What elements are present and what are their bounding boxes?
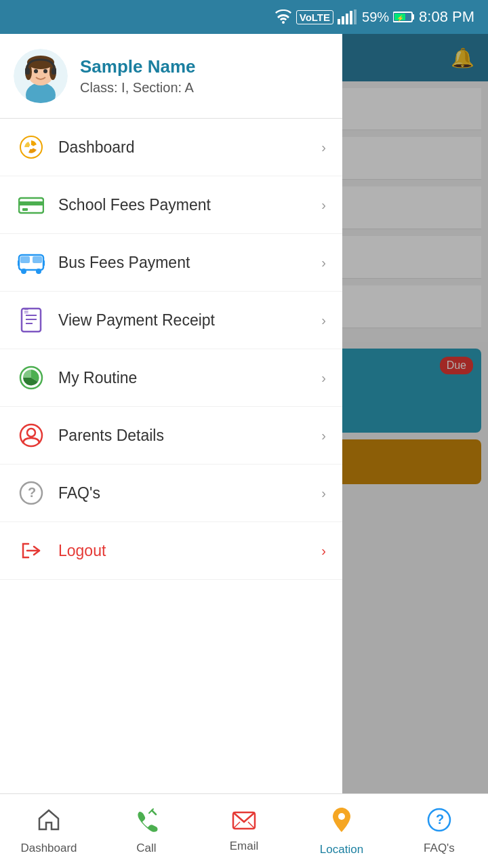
routine-icon bbox=[16, 363, 46, 393]
chevron-right-icon-2: › bbox=[321, 197, 326, 213]
location-nav-icon bbox=[331, 806, 352, 839]
svg-rect-29 bbox=[18, 260, 19, 266]
menu-list: Dashboard › School Fees Payment › bbox=[0, 119, 342, 806]
menu-item-dashboard[interactable]: Dashboard › bbox=[0, 119, 342, 176]
chevron-right-icon-6: › bbox=[321, 428, 326, 443]
time-display: 8:08 PM bbox=[419, 8, 474, 26]
battery-percent: 59% bbox=[362, 9, 389, 25]
menu-item-logout[interactable]: Logout › bbox=[0, 522, 342, 580]
nav-item-email[interactable]: Email bbox=[195, 809, 293, 853]
nav-item-location[interactable]: Location bbox=[293, 806, 390, 856]
chevron-right-icon-8: › bbox=[321, 543, 326, 559]
user-class: Class: I, Section: A bbox=[80, 80, 196, 96]
svg-line-46 bbox=[248, 822, 255, 829]
volte-icon: VoLTE bbox=[296, 10, 333, 24]
svg-text:?: ? bbox=[28, 485, 36, 500]
menu-label-bus-fees: Bus Fees Payment bbox=[58, 254, 321, 272]
user-info: Sample Name Class: I, Section: A bbox=[80, 56, 196, 96]
svg-rect-26 bbox=[33, 256, 42, 263]
menu-item-faqs[interactable]: ? FAQ's › bbox=[0, 465, 342, 522]
nav-label-email: Email bbox=[230, 840, 259, 853]
svg-rect-1 bbox=[342, 16, 344, 24]
svg-rect-30 bbox=[43, 260, 45, 266]
svg-rect-4 bbox=[354, 9, 357, 24]
battery-icon: ⚡ bbox=[393, 11, 415, 23]
faq-menu-icon: ? bbox=[16, 478, 46, 508]
menu-item-school-fees[interactable]: School Fees Payment › bbox=[0, 176, 342, 234]
avatar bbox=[14, 49, 68, 103]
bus-fees-icon bbox=[16, 248, 46, 277]
nav-item-call[interactable]: Call bbox=[98, 808, 195, 855]
svg-point-47 bbox=[338, 813, 345, 820]
chevron-right-icon-3: › bbox=[321, 255, 326, 271]
nav-item-dashboard[interactable]: Dashboard bbox=[0, 808, 98, 855]
svg-text:≡: ≡ bbox=[24, 307, 28, 316]
parents-icon bbox=[16, 420, 46, 450]
home-nav-icon bbox=[37, 808, 61, 837]
status-icons: VoLTE 59% ⚡ 8:08 PM bbox=[274, 8, 474, 26]
wifi-icon bbox=[274, 9, 292, 24]
avatar-image bbox=[14, 49, 68, 103]
logout-icon bbox=[16, 536, 46, 566]
svg-rect-0 bbox=[338, 19, 340, 24]
chevron-right-icon-4: › bbox=[321, 313, 326, 328]
nav-label-dashboard: Dashboard bbox=[20, 842, 77, 855]
svg-rect-23 bbox=[22, 208, 28, 211]
chevron-right-icon-5: › bbox=[321, 370, 326, 386]
faq-nav-icon: ? bbox=[427, 808, 451, 837]
nav-item-faqs[interactable]: ? FAQ's bbox=[390, 808, 488, 855]
signal-icon bbox=[338, 9, 358, 24]
menu-item-my-routine[interactable]: My Routine › bbox=[0, 349, 342, 407]
chevron-right-icon-7: › bbox=[321, 486, 326, 501]
menu-label-logout: Logout bbox=[58, 542, 321, 560]
school-fees-icon bbox=[16, 190, 46, 220]
menu-label-my-routine: My Routine bbox=[58, 369, 321, 387]
svg-line-45 bbox=[233, 822, 240, 829]
email-nav-icon bbox=[232, 809, 256, 835]
menu-label-payment-receipt: View Payment Receipt bbox=[58, 311, 321, 330]
navigation-drawer: Sample Name Class: I, Section: A Dashboa… bbox=[0, 34, 342, 868]
user-name: Sample Name bbox=[80, 56, 196, 77]
svg-text:⚡: ⚡ bbox=[396, 14, 405, 22]
menu-item-parents-details[interactable]: Parents Details › bbox=[0, 407, 342, 465]
dashboard-icon bbox=[16, 132, 46, 162]
call-nav-icon bbox=[134, 808, 159, 837]
svg-rect-2 bbox=[346, 14, 348, 24]
menu-item-bus-fees[interactable]: Bus Fees Payment › bbox=[0, 234, 342, 292]
svg-point-20 bbox=[29, 145, 33, 149]
svg-rect-22 bbox=[19, 201, 43, 205]
status-bar: VoLTE 59% ⚡ 8:08 PM bbox=[0, 0, 488, 34]
receipt-icon: ≡ bbox=[16, 305, 46, 335]
menu-label-dashboard: Dashboard bbox=[58, 138, 321, 157]
svg-rect-17 bbox=[25, 68, 30, 75]
svg-rect-18 bbox=[52, 68, 56, 75]
menu-item-payment-receipt[interactable]: ≡ View Payment Receipt › bbox=[0, 292, 342, 349]
menu-label-faqs: FAQ's bbox=[58, 484, 321, 502]
svg-point-27 bbox=[21, 269, 26, 274]
nav-label-faqs: FAQ's bbox=[424, 842, 455, 855]
menu-label-parents-details: Parents Details bbox=[58, 427, 321, 445]
nav-label-location: Location bbox=[320, 843, 363, 856]
svg-rect-3 bbox=[350, 11, 352, 24]
svg-rect-25 bbox=[20, 256, 30, 263]
bottom-navigation: Dashboard Call Email bbox=[0, 793, 488, 868]
nav-label-call: Call bbox=[136, 842, 156, 855]
svg-point-16 bbox=[43, 69, 47, 73]
svg-rect-6 bbox=[412, 14, 414, 20]
svg-point-38 bbox=[27, 429, 35, 437]
svg-text:?: ? bbox=[436, 812, 444, 827]
drawer-header: Sample Name Class: I, Section: A bbox=[0, 34, 342, 119]
svg-point-28 bbox=[36, 269, 41, 274]
menu-label-school-fees: School Fees Payment bbox=[58, 196, 321, 214]
svg-point-15 bbox=[34, 69, 38, 73]
chevron-right-icon: › bbox=[321, 140, 326, 155]
